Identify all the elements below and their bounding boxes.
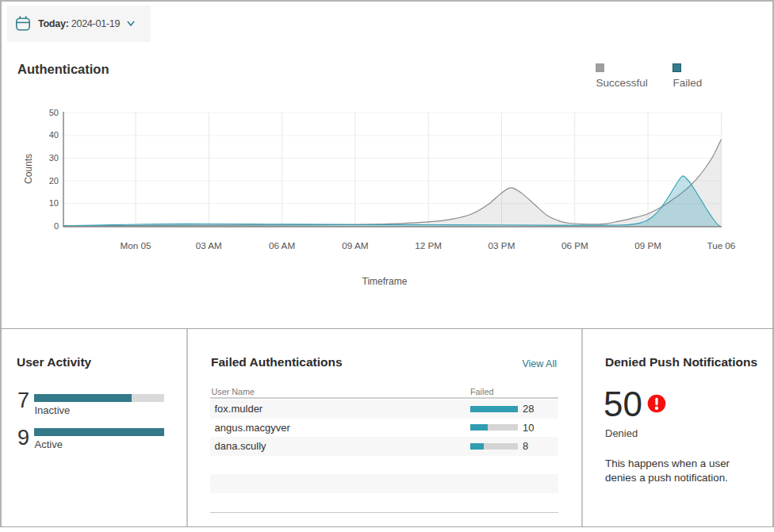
svg-text:40: 40 (49, 130, 59, 140)
svg-text:06 PM: 06 PM (561, 240, 588, 251)
svg-text:0: 0 (54, 221, 59, 231)
svg-text:50: 50 (49, 108, 59, 117)
svg-text:Mon 05: Mon 05 (121, 240, 151, 251)
svg-text:Tue 06: Tue 06 (707, 240, 735, 251)
svg-text:20: 20 (49, 176, 59, 186)
svg-text:03 PM: 03 PM (489, 240, 515, 251)
svg-text:10: 10 (49, 198, 59, 208)
svg-text:30: 30 (49, 153, 59, 163)
svg-text:09 PM: 09 PM (634, 240, 661, 251)
svg-text:06 AM: 06 AM (269, 240, 295, 251)
svg-text:03 AM: 03 AM (196, 240, 222, 251)
svg-text:Timeframe: Timeframe (362, 276, 408, 287)
svg-text:09 AM: 09 AM (342, 240, 368, 251)
svg-text:12 PM: 12 PM (415, 240, 442, 251)
svg-text:Counts: Counts (23, 154, 34, 184)
